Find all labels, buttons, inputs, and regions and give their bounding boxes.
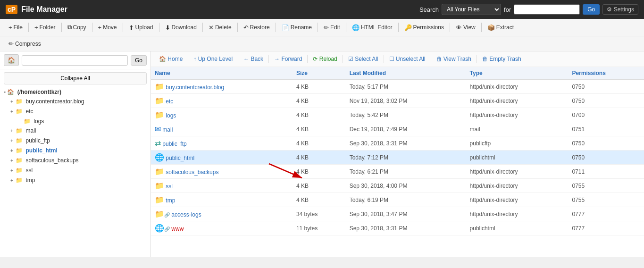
table-row[interactable]: 🌐🔗 www 11 bytes Sep 30, 2018, 3:31 PM pu… [151, 221, 644, 235]
extract-button[interactable]: 📦 Extract [484, 22, 518, 33]
nav-back-button[interactable]: ← Back [240, 54, 267, 64]
mail-file-icon: ✉ [155, 125, 161, 133]
search-scope-select[interactable]: All Your Files File Name Only Current Di… [442, 4, 501, 15]
file-name-3[interactable]: mail [162, 126, 173, 133]
address-go-button[interactable]: Go [131, 55, 147, 66]
expand-soft-icon: + [10, 158, 13, 163]
tree-root[interactable]: - 🏠 (/home/conttkzr) [4, 87, 147, 97]
move-button[interactable]: + Move [94, 22, 121, 33]
nav-empty-trash-button[interactable]: 🗑 Empty Trash [479, 54, 525, 64]
table-row[interactable]: ⇄ public_ftp 4 KB Sep 30, 2018, 3:31 PM … [151, 136, 644, 151]
cell-type-3: mail [466, 122, 569, 136]
file-name-0[interactable]: buy.contentcreator.blog [166, 84, 224, 91]
permissions-button[interactable]: 🔑 Permissions [401, 22, 448, 33]
rename-icon: 📄 [282, 24, 289, 31]
folder-button[interactable]: + Folder [31, 22, 59, 33]
nav-forward-button[interactable]: → Forward [271, 54, 305, 64]
nav-view-trash-button[interactable]: 🗑 View Trash [433, 54, 475, 64]
search-go-button[interactable]: Go [583, 4, 600, 15]
cell-type-0: httpd/unix-directory [466, 80, 569, 94]
cell-type-10: publichtml [466, 221, 569, 235]
file-name-6[interactable]: softaculous_backups [166, 169, 218, 176]
table-row[interactable]: 📁🔗 access-logs 34 bytes Sep 30, 2018, 3:… [151, 207, 644, 221]
file-name-10[interactable]: www [171, 226, 184, 232]
plus-folder-icon: + [34, 24, 38, 31]
file-name-4[interactable]: public_ftp [162, 141, 186, 147]
tree-item-mail[interactable]: + 📁 mail [10, 126, 147, 136]
cell-type-4: publicftp [466, 136, 569, 151]
sidebar: 🏠 Go Collapse All - 🏠 (/home/conttkzr) +… [0, 51, 151, 257]
tree-item-etc[interactable]: + 📁 etc [10, 107, 147, 117]
copy-button[interactable]: ⧉ Copy [64, 22, 90, 33]
app-title: File Manager [21, 5, 67, 14]
col-size[interactable]: Size [293, 67, 346, 80]
file-name-5[interactable]: public_html [166, 155, 194, 161]
globe-file-icon: 🌐 [155, 153, 164, 161]
upload-button[interactable]: ⬆ Upload [125, 22, 157, 33]
nav-reload-button[interactable]: ⟳ Reload [309, 54, 340, 64]
file-name-7[interactable]: ssl [166, 183, 173, 190]
restore-button[interactable]: ↶ Restore [240, 22, 274, 33]
table-row[interactable]: 📁 softaculous_backups 4 KB Today, 6:21 P… [151, 165, 644, 179]
col-name[interactable]: Name [151, 67, 293, 80]
settings-button[interactable]: ⚙ Settings [602, 4, 638, 15]
search-label: Search [419, 6, 439, 13]
col-type[interactable]: Type [466, 67, 569, 80]
for-label: for [504, 6, 511, 13]
compress-button[interactable]: ✏ Compress [5, 38, 45, 49]
file-name-9[interactable]: access-logs [171, 211, 201, 218]
col-perms[interactable]: Permissions [568, 67, 644, 80]
nav-up-button[interactable]: ↑ Up One Level [190, 54, 236, 64]
nav-bar: 🏠 Home ↑ Up One Level ← Back → Forward ⟳… [151, 51, 644, 67]
copy-icon: ⧉ [67, 24, 72, 31]
sidebar-home-button[interactable]: 🏠 [4, 54, 19, 66]
tree-item-softaculous[interactable]: + 📁 softaculous_backups [10, 156, 147, 166]
table-row[interactable]: 📁 logs 4 KB Today, 5:42 PM httpd/unix-di… [151, 108, 644, 122]
folder-file-icon: 📁 [155, 168, 164, 176]
nav-sep4 [307, 55, 308, 63]
table-row[interactable]: 📁 buy.contentcreator.blog 4 KB Today, 5:… [151, 80, 644, 94]
tree-item-logs[interactable]: 📁 logs [17, 117, 147, 126]
tree-item-public-html[interactable]: + 📁 public_html [10, 146, 147, 156]
view-button[interactable]: 👁 View [452, 22, 479, 33]
table-row[interactable]: 🌐 public_html 4 KB Today, 7:12 PM public… [151, 151, 644, 165]
file-name-8[interactable]: tmp [166, 197, 175, 204]
tree-item-ssl[interactable]: + 📁 ssl [10, 166, 147, 176]
nav-home-button[interactable]: 🏠 Home [156, 54, 186, 64]
edit-button[interactable]: ✏ Edit [320, 22, 344, 33]
table-row[interactable]: 📁 tmp 4 KB Today, 6:19 PM httpd/unix-dir… [151, 193, 644, 207]
file-name-1[interactable]: etc [166, 98, 173, 105]
cell-type-7: httpd/unix-directory [466, 179, 569, 193]
folder-soft-icon: 📁 [16, 157, 23, 164]
tree-item-public-ftp[interactable]: + 📁 public_ftp [10, 136, 147, 146]
rename-button[interactable]: 📄 Rename [278, 22, 316, 33]
tree-label-ssl: ssl [26, 167, 33, 174]
cell-type-6: httpd/unix-directory [466, 165, 569, 179]
sep10 [346, 23, 346, 32]
folder-etc-icon: 📁 [16, 108, 23, 115]
cell-name-9: 📁🔗 access-logs [151, 207, 293, 221]
nav-unselect-all-button[interactable]: ☐ Unselect All [386, 54, 429, 64]
download-button[interactable]: ⬇ Download [161, 22, 201, 33]
search-input[interactable] [514, 4, 580, 15]
brand: cP File Manager [6, 5, 67, 14]
tree-label-logs: logs [33, 118, 44, 125]
delete-button[interactable]: ✕ Delete [205, 22, 235, 33]
html-editor-button[interactable]: 🌐 HTML Editor [348, 22, 396, 33]
file-button[interactable]: + File [5, 22, 26, 33]
tree-item-buy[interactable]: + 📁 buy.contentcreator.blog [10, 97, 147, 107]
address-input[interactable] [22, 55, 128, 66]
table-row[interactable]: ✉ mail 4 KB Dec 19, 2018, 7:49 PM mail 0… [151, 122, 644, 136]
file-name-2[interactable]: logs [166, 112, 176, 119]
table-row[interactable]: 📁 ssl 4 KB Sep 30, 2018, 4:00 PM httpd/u… [151, 179, 644, 193]
nav-sep7 [431, 55, 431, 63]
table-row[interactable]: 📁 etc 4 KB Nov 19, 2018, 3:02 PM httpd/u… [151, 94, 644, 108]
html-editor-icon: 🌐 [352, 24, 360, 31]
move-icon: + [98, 24, 102, 31]
nav-select-all-button[interactable]: ☑ Select All [345, 54, 382, 64]
sep1 [28, 23, 29, 32]
collapse-all-button[interactable]: Collapse All [4, 72, 147, 84]
cell-name-1: 📁 etc [151, 94, 293, 108]
tree-item-tmp[interactable]: + 📁 tmp [10, 176, 147, 185]
col-modified[interactable]: Last Modified [346, 67, 466, 80]
